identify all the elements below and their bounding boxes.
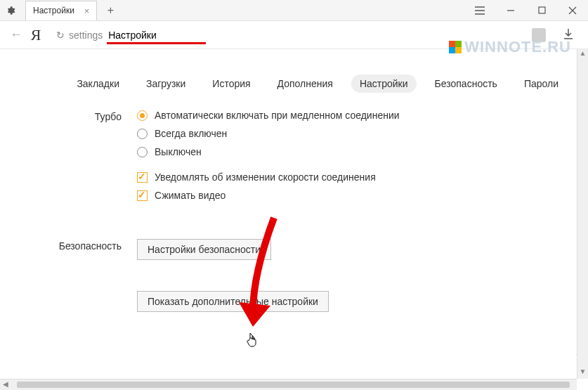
nav-downloads[interactable]: Загрузки bbox=[138, 74, 194, 93]
checkbox-label: Уведомлять об изменении скорости соедине… bbox=[155, 171, 376, 183]
close-window-button[interactable] bbox=[557, 0, 588, 21]
radio-icon bbox=[137, 110, 148, 121]
radio-icon bbox=[137, 129, 148, 139]
section-body-advanced: Показать дополнительные настройки bbox=[137, 291, 567, 312]
section-advanced: Показать дополнительные настройки bbox=[0, 291, 567, 312]
radio-option-always[interactable]: Всегда включен bbox=[137, 128, 567, 139]
check-option-compress[interactable]: Сжимать видео bbox=[137, 190, 567, 201]
svg-rect-0 bbox=[539, 7, 545, 13]
section-body-security: Настройки безопасности bbox=[137, 239, 567, 260]
hamburger-icon[interactable] bbox=[464, 0, 495, 21]
settings-content: Турбо Автоматически включать при медленн… bbox=[0, 103, 588, 312]
radio-label: Всегда включен bbox=[155, 128, 227, 139]
annotation-underline bbox=[107, 42, 206, 44]
section-label-security: Безопасность bbox=[0, 239, 137, 260]
nav-addons[interactable]: Дополнения bbox=[269, 74, 341, 93]
yandex-logo[interactable]: Я bbox=[25, 26, 46, 44]
nav-bookmarks[interactable]: Закладки bbox=[68, 74, 128, 93]
checkbox-icon bbox=[137, 172, 148, 183]
minimize-button[interactable] bbox=[495, 0, 526, 21]
browser-tab[interactable]: Настройки × bbox=[25, 1, 97, 20]
title-bar: Настройки × + bbox=[0, 0, 588, 21]
nav-settings[interactable]: Настройки bbox=[351, 74, 417, 93]
back-button[interactable]: ← bbox=[7, 27, 25, 42]
scrollbar-thumb[interactable] bbox=[17, 382, 570, 388]
checkbox-label: Сжимать видео bbox=[155, 190, 226, 201]
radio-option-off[interactable]: Выключен bbox=[137, 146, 567, 157]
check-option-notify[interactable]: Уведомлять об изменении скорости соедине… bbox=[137, 171, 567, 183]
cursor-pointer-icon bbox=[246, 332, 259, 351]
url-slug: settings bbox=[69, 30, 103, 41]
window-controls bbox=[464, 0, 588, 21]
radio-label: Автоматически включать при медленном сое… bbox=[155, 110, 400, 121]
scroll-up-icon[interactable]: ▲ bbox=[577, 49, 588, 60]
section-turbo: Турбо Автоматически включать при медленн… bbox=[0, 110, 567, 208]
tab-title: Настройки bbox=[33, 6, 74, 15]
horizontal-scrollbar[interactable]: ◀ bbox=[0, 379, 577, 390]
nav-passwords[interactable]: Пароли bbox=[516, 74, 567, 93]
scroll-down-icon[interactable]: ▼ bbox=[577, 368, 588, 379]
nav-security[interactable]: Безопасность bbox=[426, 74, 506, 93]
windows-logo-icon bbox=[449, 41, 462, 53]
radio-icon bbox=[137, 147, 148, 157]
nav-history[interactable]: История bbox=[204, 74, 259, 93]
radio-option-auto[interactable]: Автоматически включать при медленном сое… bbox=[137, 110, 567, 121]
checkbox-icon bbox=[137, 190, 148, 201]
maximize-button[interactable] bbox=[526, 0, 557, 21]
close-tab-icon[interactable]: × bbox=[84, 6, 90, 16]
scroll-left-icon[interactable]: ◀ bbox=[0, 380, 11, 388]
section-body-turbo: Автоматически включать при медленном сое… bbox=[137, 110, 567, 208]
new-tab-button[interactable]: + bbox=[100, 4, 121, 17]
show-advanced-button[interactable]: Показать дополнительные настройки bbox=[137, 291, 329, 312]
vertical-scrollbar[interactable]: ▲ ▼ bbox=[577, 49, 588, 379]
watermark: WINNOTE.RU bbox=[449, 38, 571, 56]
section-label-turbo: Турбо bbox=[0, 110, 137, 208]
address-text: settings Настройки bbox=[69, 30, 157, 41]
gear-icon[interactable] bbox=[0, 6, 21, 15]
security-settings-button[interactable]: Настройки безопасности bbox=[137, 239, 271, 260]
url-title: Настройки bbox=[108, 30, 157, 41]
section-security: Безопасность Настройки безопасности bbox=[0, 239, 567, 260]
settings-nav: Закладки Загрузки История Дополнения Нас… bbox=[0, 49, 588, 103]
radio-label: Выключен bbox=[155, 146, 202, 157]
reload-icon[interactable]: ↻ bbox=[56, 30, 65, 41]
